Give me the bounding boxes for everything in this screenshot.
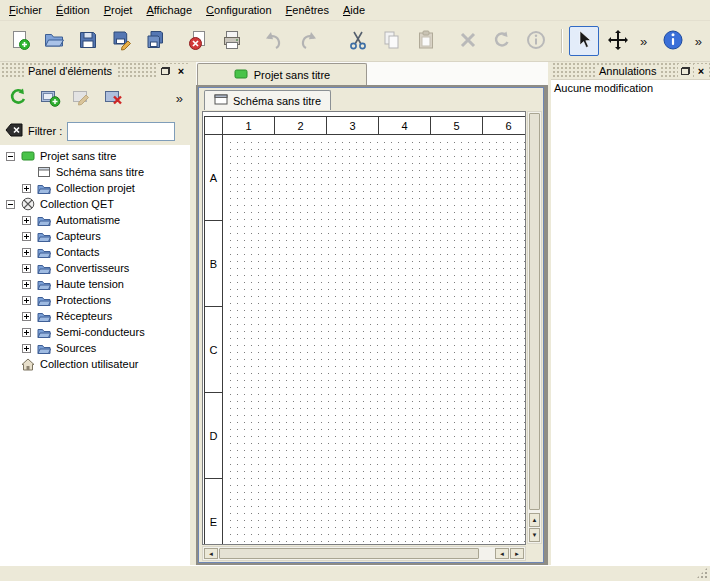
tree-item-semi-conducteurs[interactable]: Semi-conducteurs <box>0 324 190 340</box>
print-button[interactable] <box>217 26 247 56</box>
scroll-right-button[interactable]: ► <box>510 548 524 559</box>
tree-item-capteurs[interactable]: Capteurs <box>0 228 190 244</box>
horizontal-scrollbar[interactable]: ◄ ◄ ► <box>202 546 526 561</box>
expand-icon[interactable] <box>22 248 31 257</box>
scrollbar-corner <box>527 546 542 561</box>
tree-item-collection-qet[interactable]: Collection QET <box>0 196 190 212</box>
cut-button[interactable] <box>343 26 373 56</box>
tree-item-convertisseurs[interactable]: Convertisseurs <box>0 260 190 276</box>
delete-element-button[interactable] <box>100 84 128 112</box>
about-qet-button[interactable] <box>658 26 688 56</box>
diagram-frame: 1 2 3 4 5 6 A B C D E <box>204 116 526 545</box>
move-tool-button[interactable] <box>603 26 633 56</box>
tree-item-sources[interactable]: Sources <box>0 340 190 356</box>
tree-item-haute-tension[interactable]: Haute tension <box>0 276 190 292</box>
save-all-button[interactable] <box>141 26 171 56</box>
collapse-icon[interactable] <box>6 200 15 209</box>
diagram-grid-canvas[interactable] <box>224 136 526 545</box>
expand-icon[interactable] <box>22 344 31 353</box>
new-document-button[interactable] <box>5 26 35 56</box>
scroll-left-button-2[interactable]: ◄ <box>495 548 509 559</box>
toolbar-overflow-button[interactable]: » <box>637 34 650 49</box>
save-button[interactable] <box>73 26 103 56</box>
project-subwindow: Schéma sans titre 1 2 3 4 5 6 A <box>198 87 544 563</box>
menu-aide[interactable]: Aide <box>336 1 372 19</box>
paste-button[interactable] <box>411 26 441 56</box>
delete-button[interactable] <box>453 26 483 56</box>
save-as-button[interactable] <box>107 26 137 56</box>
tree-item-label: Collection projet <box>56 182 135 194</box>
menu-configuration[interactable]: Configuration <box>199 1 278 19</box>
tree-item-collection-projet[interactable]: Collection projet <box>0 180 190 196</box>
scroll-down-button[interactable]: ▼ <box>529 528 540 542</box>
vertical-scrollbar[interactable]: ▲ ▼ <box>527 111 542 544</box>
element-info-button[interactable] <box>521 26 551 56</box>
close-file-button[interactable] <box>183 26 213 56</box>
select-tool-button[interactable] <box>569 26 599 56</box>
diagram-icon <box>36 165 52 179</box>
new-document-icon <box>9 29 31 53</box>
float-icon <box>681 67 690 75</box>
dock-float-button[interactable] <box>158 64 172 77</box>
reload-collections-button[interactable] <box>4 84 32 112</box>
edit-element-button[interactable] <box>68 84 96 112</box>
dock-close-button[interactable]: × <box>174 64 188 77</box>
resize-grip[interactable] <box>696 567 708 579</box>
tree-item-label: Automatisme <box>56 214 120 226</box>
filter-input[interactable] <box>67 122 175 141</box>
redo-button[interactable] <box>293 26 323 56</box>
expand-icon[interactable] <box>22 280 31 289</box>
dock-close-button[interactable]: × <box>694 64 708 77</box>
expand-icon[interactable] <box>22 232 31 241</box>
expand-icon[interactable] <box>22 328 31 337</box>
horizontal-scrollbar-thumb[interactable] <box>219 548 479 559</box>
clear-filter-button[interactable] <box>5 123 23 139</box>
undo-button[interactable] <box>259 26 289 56</box>
tab-projet-sans-titre[interactable]: Projet sans titre <box>197 63 367 85</box>
dock-float-button[interactable] <box>678 64 692 77</box>
tree-item-projet-sans-titre[interactable]: Projet sans titre <box>0 148 190 164</box>
tree-item-recepteurs[interactable]: Récepteurs <box>0 308 190 324</box>
undo-dock-title: Annulations <box>595 65 661 77</box>
collapse-icon[interactable] <box>6 152 15 161</box>
menu-fenetres[interactable]: Fenêtres <box>279 1 336 19</box>
column-header-6: 6 <box>483 117 526 134</box>
elements-panel-titlebar[interactable]: Panel d'éléments × <box>0 62 190 79</box>
tree-item-contacts[interactable]: Contacts <box>0 244 190 260</box>
expand-icon[interactable] <box>22 296 31 305</box>
toolbar-overflow-2-button[interactable]: » <box>692 34 705 49</box>
menu-affichage[interactable]: Affichage <box>139 1 199 19</box>
new-element-button[interactable] <box>36 84 64 112</box>
expand-icon[interactable] <box>22 264 31 273</box>
folder-icon <box>36 245 52 259</box>
diagram-tab-label: Schéma sans titre <box>233 95 321 107</box>
expand-icon[interactable] <box>22 216 31 225</box>
copy-button[interactable] <box>377 26 407 56</box>
diagram-view[interactable]: 1 2 3 4 5 6 A B C D E <box>202 111 526 545</box>
elements-tree: Projet sans titre Schéma sans titre Coll… <box>0 145 190 565</box>
undo-dock-titlebar[interactable]: Annulations × <box>551 62 710 79</box>
column-headers: 1 2 3 4 5 6 <box>223 117 526 135</box>
menu-projet[interactable]: Projet <box>97 1 140 19</box>
tree-item-protections[interactable]: Protections <box>0 292 190 308</box>
dock-grip <box>661 62 677 79</box>
save-as-icon <box>111 29 133 53</box>
vertical-scrollbar-thumb[interactable] <box>529 113 540 510</box>
tree-item-schema-sans-titre[interactable]: Schéma sans titre <box>0 164 190 180</box>
elements-toolbar-overflow-button[interactable]: » <box>173 91 186 106</box>
expand-icon[interactable] <box>22 312 31 321</box>
scroll-up-button[interactable]: ▲ <box>529 513 540 527</box>
undo-history-list[interactable]: Aucune modification <box>551 79 710 565</box>
tab-schema-sans-titre[interactable]: Schéma sans titre <box>204 90 331 110</box>
tree-item-automatisme[interactable]: Automatisme <box>0 212 190 228</box>
project-tab-bar: Projet sans titre <box>196 62 548 85</box>
scroll-left-button[interactable]: ◄ <box>204 548 218 559</box>
tree-item-collection-utilisateur[interactable]: Collection utilisateur <box>0 356 190 372</box>
open-file-button[interactable] <box>39 26 69 56</box>
undo-history-item[interactable]: Aucune modification <box>551 80 710 96</box>
rotate-button[interactable] <box>487 26 517 56</box>
menu-edition[interactable]: Édition <box>49 1 97 19</box>
menu-fichier[interactable]: Fichier <box>2 1 49 19</box>
expand-icon[interactable] <box>22 184 31 193</box>
tree-item-label: Collection utilisateur <box>40 358 138 370</box>
